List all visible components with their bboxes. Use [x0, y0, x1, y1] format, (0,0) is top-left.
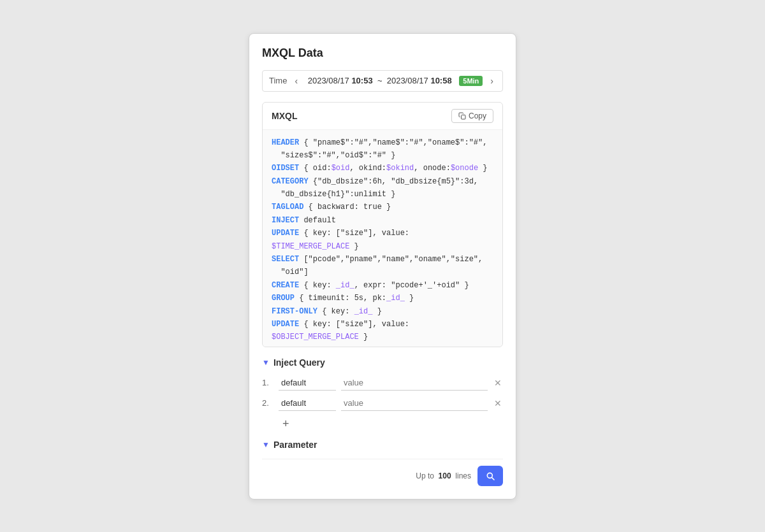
- search-button[interactable]: [477, 466, 503, 486]
- search-icon: [485, 471, 495, 481]
- code-line: SELECT ["pcode","pname","name","oname","…: [272, 253, 493, 266]
- time-label: Time: [269, 76, 287, 85]
- inject-value-input-2[interactable]: [341, 396, 488, 411]
- copy-button[interactable]: Copy: [451, 109, 493, 123]
- copy-label: Copy: [469, 111, 486, 120]
- code-block[interactable]: HEADER { "pname$":"#","name$":"#","oname…: [263, 130, 502, 347]
- code-line: FIRST-ONLY { key: _id_ }: [272, 305, 493, 318]
- inject-remove-button-1[interactable]: ✕: [493, 377, 503, 389]
- inject-row-2: 2. ✕: [262, 396, 503, 411]
- inject-row-num-1: 1.: [262, 378, 273, 387]
- code-line: GROUP { timeunit: 5s, pk:_id_ }: [272, 292, 493, 305]
- time-prev-button[interactable]: ‹: [292, 75, 300, 87]
- code-line: $TIME_MERGE_PLACE }: [272, 240, 493, 253]
- inject-remove-button-2[interactable]: ✕: [493, 397, 503, 410]
- code-line: "sizes$":"#","oid$":"#" }: [272, 149, 493, 162]
- start-date: 2023/08/17: [308, 76, 349, 85]
- svg-rect-0: [461, 115, 465, 119]
- parameter-header[interactable]: ▼ Parameter: [262, 440, 503, 450]
- code-line: "db_dbsize{h1}":unlimit }: [272, 188, 493, 201]
- code-line: INJECT default: [272, 344, 493, 347]
- time-badge: 5Min: [459, 76, 483, 86]
- inject-row-num-2: 2.: [262, 398, 273, 408]
- code-line: UPDATE { key: ["size"], value:: [272, 318, 493, 331]
- code-line: INJECT default: [272, 214, 493, 227]
- code-line: "oid"]: [272, 266, 493, 278]
- end-date: 2023/08/17: [387, 76, 428, 85]
- mxql-header: MXQL Copy: [263, 103, 502, 130]
- parameter-chevron-icon: ▼: [262, 440, 270, 449]
- mxql-label: MXQL: [272, 111, 297, 121]
- inject-row-1: 1. ✕: [262, 375, 503, 391]
- panel-title: MXQL Data: [262, 47, 503, 60]
- mxql-panel: MXQL Data Time ‹ 2023/08/17 10:53 ~ 2023…: [249, 33, 516, 500]
- inject-chevron-icon: ▼: [262, 358, 270, 367]
- footer-row: Up to 100 lines: [262, 459, 503, 486]
- end-time: 10:58: [430, 76, 451, 85]
- parameter-section: ▼ Parameter: [262, 440, 503, 450]
- inject-key-input-2[interactable]: [279, 396, 336, 411]
- code-line: HEADER { "pname$":"#","name$":"#","oname…: [272, 136, 493, 149]
- code-line: UPDATE { key: ["size"], value:: [272, 227, 493, 240]
- inject-value-input-1[interactable]: [341, 375, 488, 391]
- start-time: 10:53: [351, 76, 372, 85]
- code-line: CREATE { key: _id_, expr: "pcode+'_'+oid…: [272, 279, 493, 292]
- inject-query-section: ▼ Inject Query 1. ✕ 2. ✕ +: [262, 357, 503, 432]
- code-line: TAGLOAD { backward: true }: [272, 201, 493, 213]
- copy-icon: [458, 112, 466, 120]
- mxql-section: MXQL Copy HEADER { "pname$":"#","name$":…: [262, 102, 503, 347]
- lines-count: 100: [439, 471, 451, 480]
- lines-prefix: Up to: [416, 471, 434, 480]
- parameter-label: Parameter: [273, 440, 317, 450]
- inject-query-label: Inject Query: [273, 357, 325, 368]
- time-next-button[interactable]: ›: [488, 75, 496, 87]
- code-line: CATEGORY {"db_dbsize":6h, "db_dbsize{m5}…: [272, 175, 493, 188]
- code-line: OIDSET { oid:$oid, okind:$okind, onode:$…: [272, 162, 493, 175]
- lines-info: Up to 100 lines: [416, 471, 471, 480]
- inject-add-button[interactable]: +: [277, 416, 295, 432]
- code-line: $OBJECT_MERGE_PLACE }: [272, 331, 493, 343]
- inject-query-header[interactable]: ▼ Inject Query: [262, 357, 503, 368]
- separator: ~: [377, 76, 382, 85]
- time-range: 2023/08/17 10:53 ~ 2023/08/17 10:58: [305, 76, 454, 85]
- lines-suffix: lines: [455, 471, 471, 480]
- inject-key-input-1[interactable]: [279, 375, 336, 391]
- time-row: Time ‹ 2023/08/17 10:53 ~ 2023/08/17 10:…: [262, 70, 503, 92]
